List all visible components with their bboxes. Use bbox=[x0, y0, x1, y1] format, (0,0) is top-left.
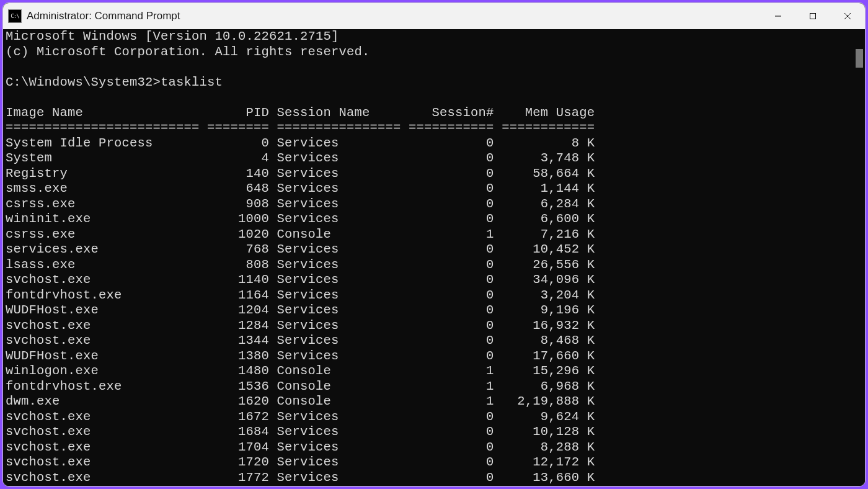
window-title: Administrator: Command Prompt bbox=[27, 10, 180, 22]
terminal-area: Microsoft Windows [Version 10.0.22621.27… bbox=[3, 29, 865, 486]
maximize-icon bbox=[809, 12, 817, 20]
close-icon bbox=[844, 12, 851, 20]
cmd-app-icon bbox=[8, 9, 22, 23]
window-controls bbox=[761, 3, 865, 29]
scrollbar[interactable] bbox=[854, 29, 865, 486]
scrollbar-thumb[interactable] bbox=[856, 49, 863, 68]
titlebar[interactable]: Administrator: Command Prompt bbox=[3, 3, 865, 29]
svg-rect-1 bbox=[810, 14, 816, 19]
command-prompt-window: Administrator: Command Prompt Microsoft … bbox=[2, 2, 866, 487]
maximize-button[interactable] bbox=[795, 3, 830, 29]
close-button[interactable] bbox=[830, 3, 865, 29]
minimize-icon bbox=[774, 12, 782, 20]
terminal-output[interactable]: Microsoft Windows [Version 10.0.22621.27… bbox=[3, 29, 854, 486]
minimize-button[interactable] bbox=[761, 3, 795, 29]
